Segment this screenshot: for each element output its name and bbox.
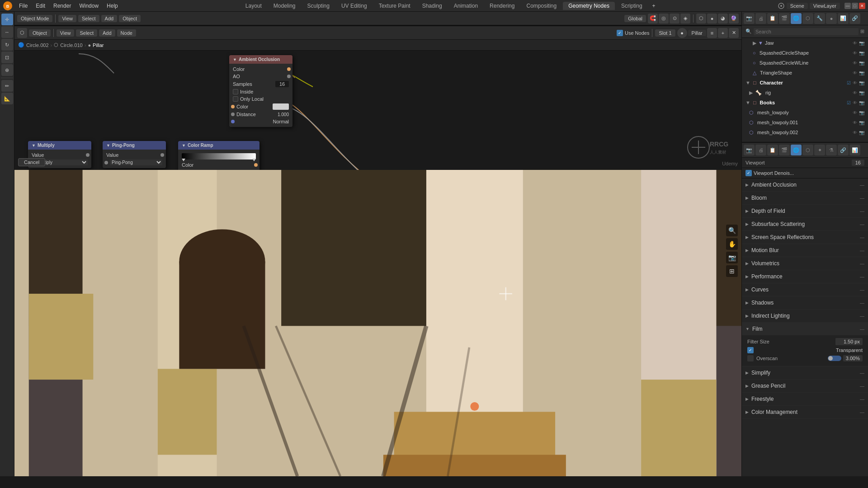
shading-rendered[interactable]: 🔮 xyxy=(729,14,739,23)
tab-compositing[interactable]: Compositing xyxy=(521,2,562,10)
prop-icon-output[interactable]: 🖨 xyxy=(755,13,766,24)
tab-layout[interactable]: Layout xyxy=(240,2,267,10)
section-perf-header[interactable]: ▶ Performance — xyxy=(742,270,868,283)
tool-scale[interactable]: ⊡ xyxy=(1,52,13,63)
tab-uv-editing[interactable]: UV Editing xyxy=(336,2,373,10)
node-multiply-collapse[interactable]: ▼ xyxy=(32,143,36,148)
node-colorramp-collapse[interactable]: ▼ xyxy=(182,143,186,148)
prop-icon-data[interactable]: 📊 xyxy=(838,13,849,24)
prop-output-icon[interactable]: 🖨 xyxy=(755,145,766,155)
socket-color-out[interactable] xyxy=(287,67,291,71)
node-node-menu[interactable]: Node xyxy=(117,29,136,37)
material-name[interactable]: Pillar xyxy=(688,30,706,36)
outliner-character-checkbox[interactable]: ☑ xyxy=(847,80,851,85)
node-mode-selector[interactable]: Object xyxy=(29,29,51,37)
menu-file[interactable]: File xyxy=(15,2,31,10)
tab-animation[interactable]: Animation xyxy=(448,2,483,10)
overscan-toggle[interactable] xyxy=(828,356,841,361)
socket-ao-out[interactable] xyxy=(287,75,291,78)
section-simplify-header[interactable]: ▶ Simplify — xyxy=(742,366,868,379)
outliner-mesh-lowpoly-002-vis[interactable]: 👁 xyxy=(853,130,857,135)
node-cancel-button[interactable]: Cancel xyxy=(18,158,45,166)
tool-transform[interactable]: ⊕ xyxy=(1,64,13,76)
section-mb-header[interactable]: ▶ Motion Blur — xyxy=(742,244,868,257)
prop-icon-view-layer[interactable]: 📋 xyxy=(767,13,778,24)
node-ao-samples-input[interactable] xyxy=(275,81,289,87)
outliner-rig[interactable]: ▶ 🦴 rig 👁 📷 xyxy=(742,88,868,98)
socket-normal-in[interactable] xyxy=(231,120,235,123)
editor-type-icon[interactable]: ⬡ xyxy=(17,28,27,38)
outliner-squashedcircle-vis[interactable]: 👁 xyxy=(853,51,857,56)
outliner-filter-icon[interactable]: ⊞ xyxy=(860,28,864,34)
window-minimize[interactable]: — xyxy=(844,3,851,9)
node-ambient-occlusion[interactable]: ▼ Ambient Occlusion Color AO xyxy=(229,55,292,127)
outliner-character-render[interactable]: 📷 xyxy=(859,80,864,85)
socket-pingpong-out[interactable] xyxy=(160,153,164,157)
tab-geometry-nodes[interactable]: Geometry Nodes xyxy=(563,2,615,10)
section-ao-header[interactable]: ▶ Ambient Occlusion — xyxy=(742,178,868,191)
outliner-rig-vis[interactable]: 👁 xyxy=(853,90,857,95)
breadcrumb-material[interactable]: Pillar xyxy=(93,42,104,48)
outliner-character-vis[interactable]: 👁 xyxy=(853,80,857,85)
outliner-squashedcirclewline-render[interactable]: 📷 xyxy=(859,61,864,66)
node-ao-distance-value[interactable]: 1.000 xyxy=(278,112,289,117)
node-ao-color-swatch[interactable] xyxy=(273,103,289,110)
prop-world-active-icon[interactable]: 🌐 xyxy=(791,145,802,155)
section-ssr-header[interactable]: ▶ Screen Space Reflections — xyxy=(742,231,868,244)
breadcrumb-object[interactable]: Circle.010 xyxy=(60,42,83,48)
outliner-squashedcircle-render[interactable]: 📷 xyxy=(859,51,864,56)
node-ao-inside-checkbox[interactable] xyxy=(233,89,238,94)
window-maximize[interactable]: □ xyxy=(852,3,858,9)
socket-colorramp-color-out[interactable] xyxy=(254,163,258,167)
outliner-mesh-lowpoly-001-vis[interactable]: 👁 xyxy=(853,120,857,125)
tab-modeling[interactable]: Modeling xyxy=(268,2,301,10)
tab-add[interactable]: + xyxy=(649,2,659,10)
tool-rotate[interactable]: ↻ xyxy=(1,39,13,51)
prop-icon-world[interactable]: 🌐 xyxy=(791,13,802,24)
outliner-rig-render[interactable]: 📷 xyxy=(859,90,864,95)
section-dof-header[interactable]: ▶ Depth of Field — xyxy=(742,205,868,217)
breadcrumb-collection[interactable]: Circle.002 xyxy=(26,42,49,48)
viewport-value[interactable]: 16 xyxy=(852,160,864,166)
add-menu[interactable]: Add xyxy=(101,15,118,22)
section-freestyle-header[interactable]: ▶ Freestyle — xyxy=(742,393,868,405)
section-cm-header[interactable]: ▶ Color Management — xyxy=(742,406,868,418)
outliner-search-input[interactable] xyxy=(754,28,859,35)
prop-icon-render[interactable]: 📷 xyxy=(744,13,755,24)
outliner-triangleshape[interactable]: △ TriangleShape 👁 📷 xyxy=(742,68,868,78)
shading-material[interactable]: ◕ xyxy=(718,14,728,23)
socket-distance-in[interactable] xyxy=(231,113,235,116)
proportional-edit[interactable]: ◎ xyxy=(659,14,669,23)
snap-toggle[interactable]: 🧲 xyxy=(648,14,658,23)
node-color-ramp[interactable]: ▼ Color Ramp Color xyxy=(178,141,259,170)
tab-rendering[interactable]: Rendering xyxy=(484,2,520,10)
material-unlink[interactable]: ✕ xyxy=(729,28,739,38)
use-nodes-checkbox[interactable]: ✓ xyxy=(617,30,623,36)
menu-help[interactable]: Help xyxy=(103,2,122,10)
socket-pingpong-in[interactable] xyxy=(104,161,108,164)
outliner-books[interactable]: ▼ □ Books ☑ 👁 📷 xyxy=(742,98,868,108)
prop-physics-icon[interactable]: ⚗ xyxy=(826,145,837,155)
outliner-squashedcircle[interactable]: ○ SquashedCircleShape 👁 📷 xyxy=(742,48,868,58)
prop-scene-icon[interactable]: 🎬 xyxy=(779,145,790,155)
node-select-menu[interactable]: Select xyxy=(76,29,97,37)
outliner-mesh-lowpoly-002[interactable]: ⬡ mesh_lowpoly.002 👁 📷 xyxy=(742,127,868,137)
tab-texture-paint[interactable]: Texture Paint xyxy=(373,2,416,10)
node-ao-onlylocal-checkbox[interactable] xyxy=(233,96,238,102)
menu-edit[interactable]: Edit xyxy=(32,2,49,10)
overscan-checkbox[interactable] xyxy=(747,355,754,361)
outliner-books-vis[interactable]: 👁 xyxy=(853,100,857,105)
select-menu[interactable]: Select xyxy=(78,15,99,22)
menu-window[interactable]: Window xyxy=(75,2,102,10)
tool-cursor[interactable]: ✛ xyxy=(1,14,13,25)
view-layer-name[interactable]: ViewLayer xyxy=(810,3,840,9)
section-curves-header[interactable]: ▶ Curves — xyxy=(742,283,868,296)
tab-sculpting[interactable]: Sculpting xyxy=(302,2,335,10)
prop-object-icon[interactable]: ⬡ xyxy=(802,145,813,155)
overscan-value[interactable]: 3.00% xyxy=(843,355,863,361)
node-pingpong-op-select[interactable]: Ping-Pong xyxy=(110,160,162,165)
outliner-mesh-lowpoly-001[interactable]: ⬡ mesh_lowpoly.001 👁 📷 xyxy=(742,117,868,127)
outliner-character[interactable]: ▼ □ Character ☑ 👁 📷 xyxy=(742,78,868,88)
object-mode-selector[interactable]: Object Mode xyxy=(17,15,52,22)
node-ping-pong[interactable]: ▼ Ping-Pong Value Ping-Pong xyxy=(103,141,166,168)
